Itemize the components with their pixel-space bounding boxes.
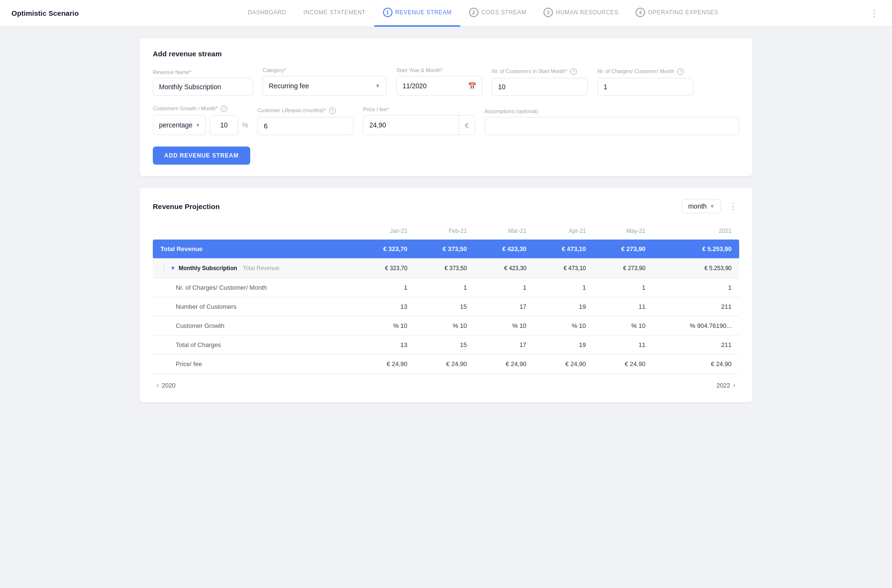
- form-group-price: Price / fee* €: [363, 106, 475, 135]
- revenue-name-input[interactable]: [153, 78, 253, 96]
- table-row: Total of Charges 13 15 17 19 11 211: [153, 336, 739, 355]
- nr-customers-info-icon[interactable]: ?: [570, 68, 577, 75]
- row-0-feb: 1: [415, 278, 475, 297]
- row-1-may: 11: [594, 297, 653, 316]
- table-header-row: Jan-21 Feb-21 Mar-21 Apr-21 May-21 2021: [153, 223, 739, 240]
- row-3-apr: 19: [534, 336, 594, 355]
- next-arrow-icon: ›: [733, 381, 735, 389]
- row-1-year: 211: [653, 297, 739, 316]
- assumptions-input[interactable]: [485, 117, 739, 135]
- row-label-0: Nr. of Charges/ Customer/ Month: [153, 278, 355, 297]
- row-4-jan: € 24,90: [355, 355, 415, 374]
- row-3-mar: 17: [475, 336, 534, 355]
- form-group-assumptions: Assumptions (optional): [485, 108, 739, 135]
- nav-human-resources[interactable]: 3 HUMAN RESOURCES: [535, 0, 627, 27]
- nav-circle-1: 1: [383, 8, 393, 17]
- form-row-2: Customers Growth / Month* ? percentage ▼…: [153, 105, 739, 135]
- prev-year-label: 2020: [162, 382, 176, 389]
- row-label-4: Price/ fee: [153, 355, 355, 374]
- growth-controls: percentage ▼ %: [153, 115, 248, 135]
- growth-info-icon[interactable]: ?: [221, 105, 227, 112]
- total-revenue-jan: € 323,70: [355, 240, 415, 259]
- price-label: Price / fee*: [363, 106, 475, 112]
- nav-circle-3: 3: [543, 8, 553, 17]
- prev-year-btn[interactable]: ‹ 2020: [157, 381, 176, 389]
- form-group-date: Start Year & Month* 11/2020 📅: [396, 67, 482, 96]
- next-year-btn[interactable]: 2022 ›: [716, 381, 735, 389]
- sub-header-row: ⋮ ▼ Monthly Subscription Total Revenue €…: [153, 259, 739, 278]
- nr-charges-input[interactable]: [597, 78, 693, 96]
- row-2-feb: % 10: [415, 316, 475, 336]
- row-2-mar: % 10: [475, 316, 534, 336]
- form-group-charges: Nr. of Charges/ Customer/ Month ?: [597, 68, 693, 96]
- total-revenue-row: Total Revenue € 323,70 € 373,50 € 423,30…: [153, 240, 739, 259]
- row-dots-icon[interactable]: ⋮: [160, 264, 167, 272]
- sub-feb: € 373,50: [415, 259, 475, 278]
- col-header-name: [153, 223, 355, 240]
- row-label-3: Total of Charges: [153, 336, 355, 355]
- pagination: ‹ 2020 2022 ›: [153, 374, 739, 391]
- row-1-feb: 15: [415, 297, 475, 316]
- date-picker[interactable]: 11/2020 📅: [396, 76, 482, 96]
- row-3-year: 211: [653, 336, 739, 355]
- period-select[interactable]: month ▼: [682, 199, 721, 213]
- row-chevron-icon[interactable]: ▼: [170, 265, 176, 272]
- nr-charges-info-icon[interactable]: ?: [677, 68, 684, 75]
- category-select[interactable]: Recurring fee ▼: [263, 76, 387, 96]
- row-label-1: Number of Customers: [153, 297, 355, 316]
- row-3-jan: 13: [355, 336, 415, 355]
- row-1-apr: 19: [534, 297, 594, 316]
- growth-value-input[interactable]: [210, 115, 238, 135]
- sub-jan: € 323,70: [355, 259, 415, 278]
- form-group-lifespan: Customer Lifespan (months)* ?: [257, 107, 353, 135]
- period-label: month: [688, 202, 707, 210]
- total-revenue-mar: € 423,30: [475, 240, 534, 259]
- row-0-apr: 1: [534, 278, 594, 297]
- nav-dashboard[interactable]: DASHBOARD: [239, 0, 295, 27]
- nav-label-revenue-stream: REVENUE STREAM: [395, 9, 452, 16]
- col-header-apr: Apr-21: [534, 223, 594, 240]
- prev-arrow-icon: ‹: [157, 381, 159, 389]
- row-2-may: % 10: [594, 316, 653, 336]
- price-input[interactable]: [363, 116, 458, 134]
- add-revenue-stream-button[interactable]: ADD REVENUE STREAM: [153, 147, 250, 165]
- nav-items: DASHBOARD INCOME STATEMENT 1 REVENUE STR…: [98, 0, 868, 27]
- row-1-mar: 17: [475, 297, 534, 316]
- nav-more-icon[interactable]: ⋮: [868, 6, 881, 21]
- row-2-jan: % 10: [355, 316, 415, 336]
- table-row: Price/ fee € 24,90 € 24,90 € 24,90 € 24,…: [153, 355, 739, 374]
- add-card-title: Add revenue stream: [153, 50, 739, 58]
- main-content: Add revenue stream Revenue Name* Categor…: [126, 27, 766, 425]
- nav-cogs-stream[interactable]: 2 COGS STREAM: [460, 0, 535, 27]
- row-0-may: 1: [594, 278, 653, 297]
- total-revenue-feb: € 373,50: [415, 240, 475, 259]
- sub-year: € 5.253,90: [653, 259, 739, 278]
- nav-income-statement[interactable]: INCOME STATEMENT: [295, 0, 374, 27]
- nr-customers-input[interactable]: [492, 78, 588, 96]
- growth-type-select[interactable]: percentage ▼: [153, 115, 206, 135]
- row-label-2: Customer Growth: [153, 316, 355, 336]
- sub-apr: € 473,10: [534, 259, 594, 278]
- projection-header: Revenue Projection month ▼ ⋮: [153, 199, 739, 213]
- lifespan-input[interactable]: [257, 117, 353, 135]
- col-header-jan: Jan-21: [355, 223, 415, 240]
- app-title: Optimistic Scenario: [11, 9, 79, 17]
- projection-more-icon[interactable]: ⋮: [727, 199, 739, 213]
- nav-circle-2: 2: [469, 8, 478, 17]
- nav-circle-4: 4: [636, 8, 645, 17]
- row-2-apr: % 10: [534, 316, 594, 336]
- calendar-icon: 📅: [468, 82, 476, 90]
- nav-label-income-statement: INCOME STATEMENT: [303, 9, 365, 16]
- add-revenue-card: Add revenue stream Revenue Name* Categor…: [139, 38, 753, 176]
- projection-controls: month ▼ ⋮: [682, 199, 739, 213]
- nav-revenue-stream[interactable]: 1 REVENUE STREAM: [374, 0, 460, 27]
- nav-label-human-resources: HUMAN RESOURCES: [556, 9, 618, 16]
- row-4-may: € 24,90: [594, 355, 653, 374]
- growth-type-value: percentage: [159, 121, 192, 129]
- row-3-may: 11: [594, 336, 653, 355]
- nr-customers-label: Nr. of Customers in Start Month* ?: [492, 68, 588, 75]
- lifespan-info-icon[interactable]: ?: [329, 107, 336, 114]
- nav-operating-expenses[interactable]: 4 OPERATING EXPENSES: [627, 0, 727, 27]
- nr-charges-label: Nr. of Charges/ Customer/ Month ?: [597, 68, 693, 75]
- sub-controls: ⋮ ▼ Monthly Subscription Total Revenue: [160, 264, 348, 272]
